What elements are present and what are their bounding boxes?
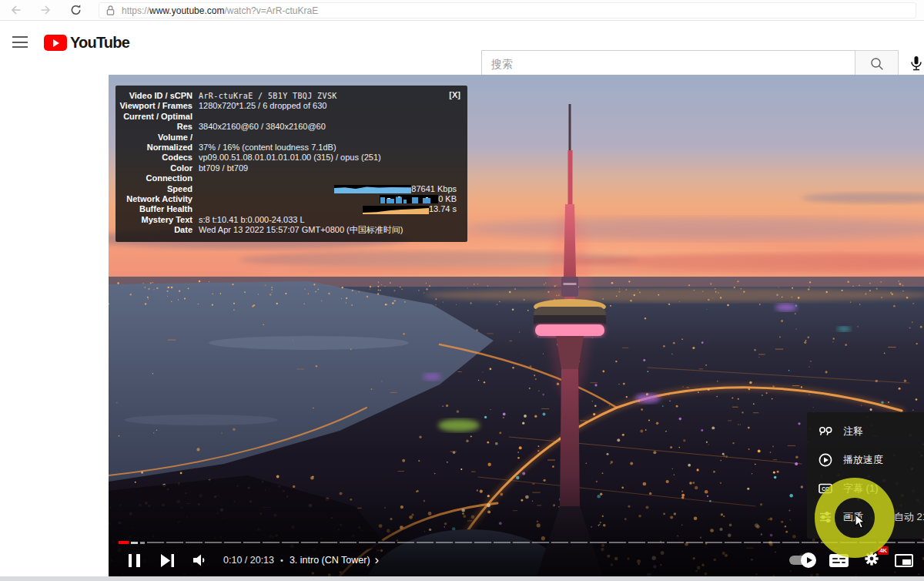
- microphone-icon[interactable]: [907, 54, 924, 72]
- stats-label: Video ID / sCPN: [119, 91, 199, 101]
- stats-row: Current / Optimal Res 3840x2160@60 / 384…: [119, 112, 460, 133]
- stats-row: Network Activity 0 KB: [119, 194, 460, 204]
- playback-speed-icon: [818, 452, 833, 468]
- youtube-logo[interactable]: YouTube: [44, 34, 129, 52]
- player-controls: 0:10 / 20:13 • 3. intro (CN Tower) ›: [109, 544, 924, 576]
- browser-toolbar: https://www.youtube.com/watch?v=ArR-ctuK…: [0, 0, 924, 21]
- url-text: https://www.youtube.com/watch?v=ArR-ctuK…: [122, 5, 318, 16]
- stats-row: Buffer Health 13.74 s: [119, 204, 460, 214]
- window-bottom-edge: [0, 576, 924, 581]
- forward-icon[interactable]: [38, 3, 52, 17]
- stats-value: 1280x720*1.25 / 6 dropped of 630: [199, 101, 457, 111]
- pause-button[interactable]: [126, 552, 142, 568]
- stats-row: Color bt709 / bt709: [119, 163, 460, 173]
- url-field[interactable]: https://www.youtube.com/watch?v=ArR-ctuK…: [99, 2, 916, 18]
- stats-label: Mystery Text: [119, 215, 199, 225]
- stats-value: 3840x2160@60 / 3840x2160@60: [199, 122, 457, 132]
- stats-value: bt709 / bt709: [199, 163, 457, 173]
- refresh-icon[interactable]: [69, 3, 83, 17]
- stats-label: Network Activity: [119, 194, 199, 204]
- menu-item-label: 播放速度: [843, 453, 883, 467]
- stats-close-button[interactable]: [X]: [449, 90, 460, 100]
- stats-row: Volume / Normalized 37% / 16% (content l…: [119, 133, 460, 153]
- stats-row: Date Wed Apr 13 2022 15:57:07 GMT+0800 (…: [119, 225, 460, 235]
- stats-row: Codecs vp09.00.51.08.01.01.01.01.00 (315…: [119, 153, 460, 163]
- miniplayer-button[interactable]: [895, 554, 913, 567]
- stats-row: Connection Speed 87641 Kbps: [119, 173, 460, 194]
- lock-icon: [105, 5, 116, 16]
- stats-right-value: 0 KB: [438, 194, 460, 204]
- stats-right-value: 87641 Kbps: [411, 184, 460, 194]
- stats-label: Buffer Health: [119, 204, 199, 214]
- stats-row: Mystery Text s:8 t:10.41 b:0.000-24.033 …: [119, 215, 460, 225]
- stats-label: Color: [119, 163, 199, 173]
- menu-hamburger-icon[interactable]: [12, 36, 28, 48]
- search-icon: [869, 56, 885, 72]
- stats-label: Codecs: [119, 153, 199, 163]
- stats-label: Current / Optimal Res: [119, 112, 199, 133]
- menu-item-value: 自动 21: [894, 510, 924, 524]
- network-activity-graph: [380, 195, 438, 203]
- stats-label: Viewport / Frames: [119, 101, 199, 111]
- autoplay-knob-play-icon: [801, 552, 816, 568]
- stats-value: ArR-ctuKraE / 5B1Y TBQJ ZVSK: [199, 91, 457, 101]
- stats-label: Volume / Normalized: [119, 133, 199, 153]
- volume-icon[interactable]: [192, 553, 209, 567]
- stats-for-nerds-panel: [X] Video ID / sCPN ArR-ctuKraE / 5B1Y T…: [116, 86, 467, 242]
- chapter-title[interactable]: 3. intro (CN Tower): [290, 555, 370, 566]
- chapter-separator: •: [280, 556, 283, 565]
- back-icon[interactable]: [9, 3, 23, 17]
- stats-right-value: 13.74 s: [429, 204, 460, 214]
- search-input[interactable]: [481, 50, 855, 77]
- stats-label: Connection Speed: [119, 173, 199, 194]
- time-display: 0:10 / 20:13: [223, 555, 274, 566]
- stats-row: Video ID / sCPN ArR-ctuKraE / 5B1Y TBQJ …: [119, 91, 460, 101]
- youtube-play-icon: [44, 35, 67, 51]
- stats-value: vp09.00.51.08.01.01.01.01.00 (315) / opu…: [199, 153, 457, 163]
- connection-speed-graph: [334, 185, 411, 193]
- stats-value: Wed Apr 13 2022 15:57:07 GMT+0800 (中国标准时…: [199, 225, 457, 235]
- stats-value: s:8 t:10.41 b:0.000-24.033 L: [199, 215, 457, 225]
- annotations-icon: [818, 424, 833, 439]
- stats-label: Date: [119, 225, 199, 235]
- chapter-chevron-icon[interactable]: ›: [375, 556, 380, 564]
- stats-value: 37% / 16% (content loudness 7.1dB): [199, 143, 457, 153]
- buffer-health-graph: [363, 206, 429, 214]
- menu-item[interactable]: CC 播放速度: [807, 445, 924, 474]
- search-button[interactable]: [855, 50, 899, 77]
- stats-row: Viewport / Frames 1280x720*1.25 / 6 drop…: [119, 101, 460, 111]
- youtube-masthead: YouTube: [0, 21, 924, 65]
- menu-item-label: 注释: [843, 425, 863, 438]
- next-button[interactable]: [161, 554, 176, 567]
- mouse-cursor: [855, 514, 865, 529]
- autoplay-toggle[interactable]: [789, 556, 815, 565]
- progress-chapters: [147, 542, 924, 544]
- youtube-wordmark: YouTube: [70, 34, 129, 52]
- video-player[interactable]: [X] Video ID / sCPN ArR-ctuKraE / 5B1Y T…: [109, 75, 924, 576]
- menu-item[interactable]: CC 注释: [807, 417, 924, 445]
